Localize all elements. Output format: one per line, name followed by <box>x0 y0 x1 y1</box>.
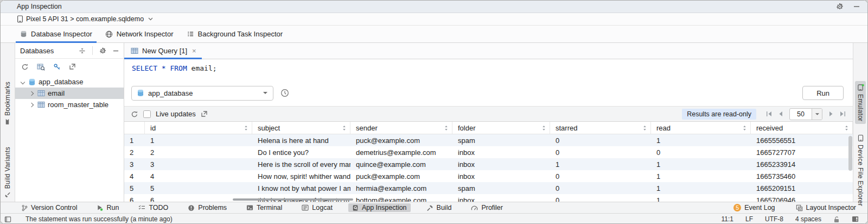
column-header-folder[interactable]: folder <box>452 122 550 134</box>
column-header-starred[interactable]: starred <box>550 122 651 134</box>
chevron-right-icon[interactable] <box>29 91 35 96</box>
toolwindow-toggle-icon[interactable] <box>4 216 11 223</box>
next-page-icon[interactable] <box>829 111 834 117</box>
open-new-query-icon[interactable] <box>37 63 45 71</box>
column-header-id[interactable]: id <box>145 122 252 134</box>
process-selector-bar[interactable]: Pixel 5 API 31 > com.example.sqldemo <box>1 13 867 26</box>
strip-item-emulator[interactable]: Emulator <box>855 81 866 124</box>
refresh-results-icon[interactable] <box>131 110 138 118</box>
build-variants-icon <box>4 191 11 198</box>
panel-hide-icon[interactable] <box>113 48 119 54</box>
gear-icon[interactable] <box>836 3 844 10</box>
refresh-icon[interactable] <box>21 63 29 71</box>
bookmark-icon <box>5 119 11 125</box>
toolbar-item-logcat[interactable]: Logcat <box>298 203 336 212</box>
table-row[interactable]: 55I know not by what power I amhermia@ex… <box>124 182 853 194</box>
toolbar-item-label: Run <box>106 204 119 211</box>
row-number-cell: 5 <box>124 184 145 192</box>
sort-icon[interactable] <box>845 125 848 131</box>
toolbar-item-problems[interactable]: Problems <box>184 203 231 212</box>
toolbar-item-run[interactable]: Run <box>93 203 123 212</box>
table-body: 11Helena is here at handpuck@example.com… <box>124 134 853 202</box>
panel-gear-icon[interactable] <box>99 47 106 54</box>
status-message: The statement was run successfully (a mi… <box>25 215 173 223</box>
previous-page-icon[interactable] <box>778 111 783 117</box>
table-row[interactable]: 22Do I entice you?demetrius@example.comi… <box>124 146 853 158</box>
toolbar-item-profiler[interactable]: Profiler <box>467 203 507 212</box>
horizontal-scrollbar[interactable] <box>233 198 353 201</box>
toolbar-item-terminal[interactable]: Terminal <box>242 203 286 212</box>
chevron-right-icon[interactable] <box>29 102 35 108</box>
strip-item-build-variants[interactable]: Build Variants <box>2 144 13 201</box>
column-header-subject[interactable]: subject <box>252 122 350 134</box>
column-header-sender[interactable]: sender <box>350 122 452 134</box>
process-selector-label[interactable]: Pixel 5 API 31 > com.example.sqldemo <box>26 15 144 23</box>
toolbar-item-label: Profiler <box>481 204 503 211</box>
unlock-icon[interactable] <box>833 216 840 223</box>
toolbar-item-build[interactable]: Build <box>423 203 456 212</box>
export-results-icon[interactable] <box>201 110 208 117</box>
tab-database-inspector[interactable]: Database Inspector <box>14 26 99 42</box>
table-cell: bottom@example.com <box>350 196 452 202</box>
hide-tool-window-icon[interactable] <box>853 3 860 10</box>
toolbar-item-event-log[interactable]: 5Event Log <box>730 203 778 212</box>
sort-icon[interactable] <box>444 125 448 131</box>
sort-icon[interactable] <box>743 125 746 131</box>
indent-setting[interactable]: 4 spaces <box>795 215 821 223</box>
keep-connections-key-icon[interactable] <box>53 63 61 71</box>
page-size-dropdown-icon[interactable] <box>812 109 822 120</box>
database-selector[interactable]: app_database <box>131 86 273 101</box>
sql-keyword: SELECT <box>132 64 157 72</box>
last-page-icon[interactable] <box>839 111 846 117</box>
line-separator[interactable]: LF <box>745 215 753 223</box>
toolbar-item-app-inspection[interactable]: App Inspection <box>348 203 411 212</box>
problems-icon <box>188 204 195 211</box>
sql-star: * <box>157 64 170 72</box>
column-header-read[interactable]: read <box>651 122 751 134</box>
tab-background-task-inspector[interactable]: Background Task Inspector <box>180 26 290 42</box>
close-tab-icon[interactable]: × <box>192 47 196 55</box>
sort-icon[interactable] <box>342 125 346 131</box>
results-table: idsubjectsenderfolderstarredreadreceived… <box>124 122 853 202</box>
window-title: App Inspection <box>17 3 62 10</box>
sort-icon[interactable] <box>542 125 546 131</box>
notifications-icon[interactable] <box>852 216 859 222</box>
tree-item-room-master-table[interactable]: room_master_table <box>15 99 124 110</box>
todo-icon <box>138 205 145 211</box>
collapse-all-icon[interactable] <box>79 47 86 54</box>
sort-icon[interactable] <box>643 125 647 131</box>
sort-icon[interactable] <box>244 125 248 131</box>
strip-item-device-file-explorer[interactable]: Device File Explorer <box>855 132 866 209</box>
run-button[interactable]: Run <box>802 86 844 100</box>
vertical-scrollbar[interactable] <box>848 136 852 171</box>
caret-position[interactable]: 11:1 <box>721 215 733 223</box>
column-header-received[interactable]: received <box>751 122 853 134</box>
database-tree: app_databaseemailroom_master_table <box>15 74 124 110</box>
table-cell: inbox <box>452 160 550 169</box>
export-icon[interactable] <box>69 63 76 70</box>
tree-item-email[interactable]: email <box>15 88 124 99</box>
table-row[interactable]: 44How now, spirit! whither wandpuck@exam… <box>124 170 853 182</box>
toolbar-item-version-control[interactable]: Version Control <box>17 203 81 212</box>
table-row[interactable]: 33Here is the scroll of every marquince@… <box>124 158 853 170</box>
phone-icon <box>17 15 23 23</box>
tab-network-inspector[interactable]: Network Inspector <box>99 26 180 42</box>
sql-text: email; <box>187 64 217 72</box>
query-history-clock-icon[interactable] <box>280 89 289 97</box>
chevron-down-icon[interactable] <box>20 79 25 85</box>
column-header-label: sender <box>356 124 378 132</box>
tree-item-app-database[interactable]: app_database <box>15 76 124 88</box>
sql-editor[interactable]: SELECT * FROM email; <box>124 59 853 80</box>
tab-new-query[interactable]: New Query [1] × <box>124 43 202 59</box>
readonly-badge: Results are read-only <box>682 109 756 120</box>
file-encoding[interactable]: UTF-8 <box>765 215 783 223</box>
live-updates-checkbox[interactable] <box>143 110 151 118</box>
first-page-icon[interactable] <box>765 111 773 117</box>
toolbar-item-layout-inspector[interactable]: Layout Inspector <box>792 203 860 212</box>
strip-item-bookmarks[interactable]: Bookmarks <box>2 79 13 128</box>
toolbar-item-label: Problems <box>198 204 227 211</box>
toolbar-item-todo[interactable]: TODO <box>135 203 172 212</box>
page-size-selector[interactable]: 50 <box>789 108 822 120</box>
table-cell: Here is the scroll of every mar <box>252 160 350 169</box>
table-row[interactable]: 11Helena is here at handpuck@example.com… <box>124 134 853 146</box>
